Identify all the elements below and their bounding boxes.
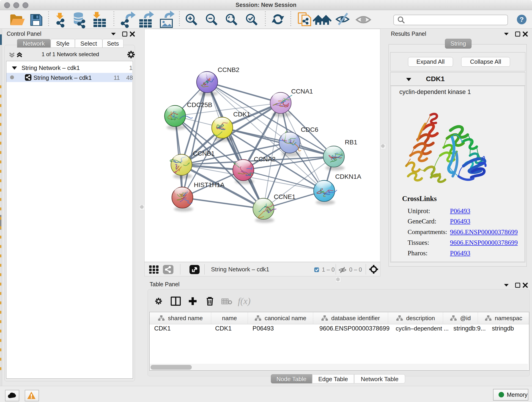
svg-text:CCNB1: CCNB1 [193, 150, 215, 157]
svg-text:CDC25B: CDC25B [187, 101, 212, 108]
svg-text:CCNE1: CCNE1 [274, 193, 296, 200]
svg-text:CCNA1: CCNA1 [291, 88, 313, 95]
svg-text:CDK1: CDK1 [233, 111, 250, 118]
svg-text:CCNA2: CCNA2 [254, 156, 276, 163]
svg-text:HIST1H1A: HIST1H1A [194, 181, 225, 188]
svg-text:CDC6: CDC6 [301, 126, 318, 133]
svg-text:CDKN1A: CDKN1A [335, 173, 361, 180]
svg-text:RB1: RB1 [345, 139, 357, 146]
svg-text:CCNB2: CCNB2 [218, 66, 239, 73]
